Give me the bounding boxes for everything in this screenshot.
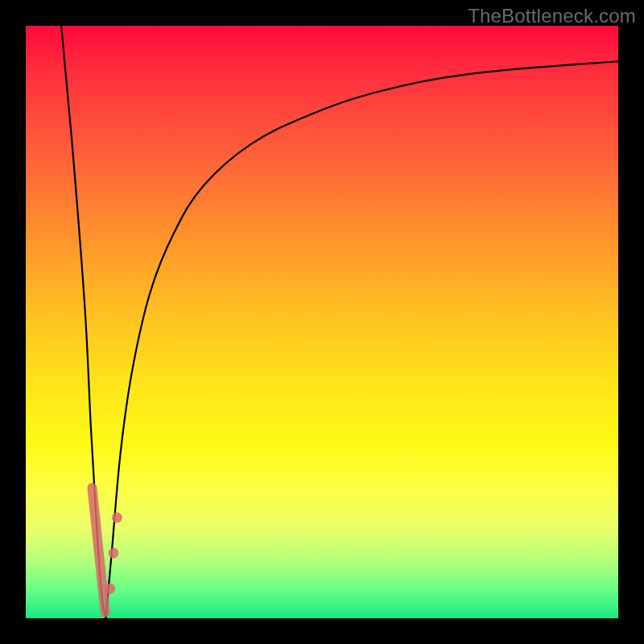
marker-left-segment (92, 488, 105, 613)
curves-svg (26, 26, 618, 618)
watermark-text: TheBottleneck.com (468, 5, 636, 27)
chart-frame: TheBottleneck.com (0, 0, 644, 644)
marker-dot-0 (105, 584, 115, 594)
marker-dot-1 (108, 548, 118, 559)
right-curve (105, 61, 618, 618)
marker-dot-2 (112, 512, 122, 522)
plot-area (26, 26, 618, 618)
